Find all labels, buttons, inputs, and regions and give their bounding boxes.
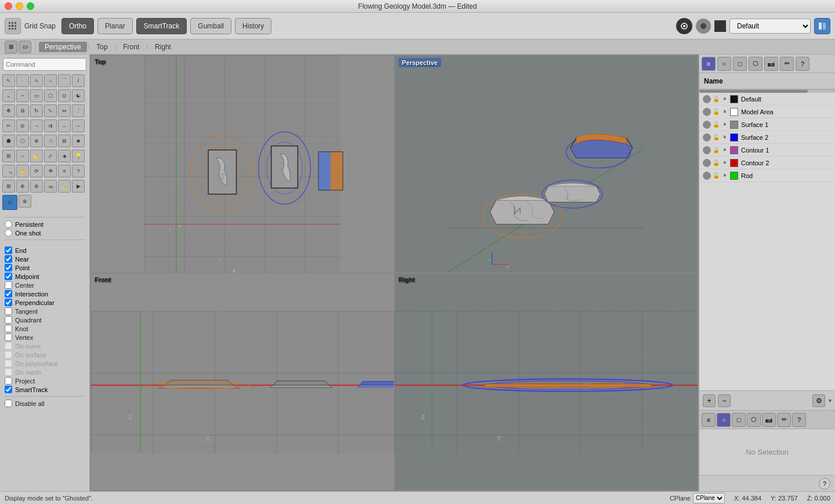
record-button[interactable] <box>696 19 711 34</box>
layer-lock-surface1[interactable]: 🔓 <box>713 121 720 128</box>
objects-tab-icon[interactable]: ○ <box>717 413 731 427</box>
layers-tab-icon[interactable]: ≡ <box>702 413 716 427</box>
python-tool[interactable]: 🐍 <box>58 180 71 193</box>
tab-front[interactable]: Front <box>117 42 145 52</box>
layers-panel-icon[interactable]: ≡ <box>702 57 716 71</box>
gumball-button[interactable]: Gumball <box>190 18 231 34</box>
ellipse-tool[interactable]: ⊙ <box>58 89 71 102</box>
tab-perspective[interactable]: Perspective <box>39 42 87 52</box>
layer-color-default[interactable] <box>730 95 738 103</box>
snap-point[interactable]: Point <box>5 263 85 272</box>
help-panel-icon[interactable]: ? <box>796 57 809 71</box>
display-color[interactable] <box>714 20 726 32</box>
display-mode-select[interactable]: Default <box>729 19 811 34</box>
layer-vis-model-area[interactable] <box>703 108 711 116</box>
layer-surface1[interactable]: 🔓 ≡ Surface 1 <box>699 118 835 131</box>
layer-vis-contour2[interactable] <box>703 159 711 167</box>
layer-lock-contour1[interactable]: 🔓 <box>713 147 720 154</box>
snap-perpendicular[interactable]: Perpendicular <box>5 298 85 307</box>
snap-project[interactable]: Project <box>5 376 85 385</box>
blend-tool[interactable]: ⌢ <box>72 119 85 132</box>
disable-all[interactable]: Disable all <box>5 399 85 408</box>
surface-tool[interactable]: ⬟ <box>2 135 15 147</box>
macro-tool[interactable]: ▶ <box>72 180 85 193</box>
help-tool[interactable]: ? <box>72 165 85 177</box>
light-tool[interactable]: 💡 <box>72 150 85 162</box>
rotate3d-tool[interactable]: ⟳ <box>30 165 43 177</box>
snap-end[interactable]: End <box>5 246 85 255</box>
layer-settings-button[interactable]: ⚙ <box>812 394 825 407</box>
render-tool[interactable]: ◈ <box>58 150 71 162</box>
grasshopper-tool[interactable]: 🦗 <box>44 180 57 193</box>
layer-vis-rod[interactable] <box>703 172 711 180</box>
tab-top[interactable]: Top <box>90 42 113 52</box>
layout-icon[interactable] <box>814 18 830 34</box>
snap-tool[interactable]: ⊕ <box>16 180 29 193</box>
layer-lock-surface2[interactable]: 🔓 <box>713 134 720 141</box>
camera-tab-icon[interactable]: 📷 <box>762 413 776 427</box>
fillet-tool[interactable]: ⌣ <box>58 119 71 132</box>
layer-surface2[interactable]: 🔓 ≡ Surface 2 <box>699 131 835 144</box>
grid-snap-area[interactable] <box>5 18 21 34</box>
cplane-control[interactable]: CPlane CPlane <box>670 493 725 503</box>
viewport-front[interactable]: Front Z X <box>91 274 394 491</box>
snap-center[interactable]: Center <box>5 281 85 289</box>
persistent-radio[interactable]: Persistent <box>5 220 85 229</box>
ortho-button[interactable]: Ortho <box>61 18 94 34</box>
secondary-tool[interactable]: ⊗ <box>19 195 31 208</box>
move-tool[interactable]: ✥ <box>2 104 15 117</box>
layer-lock-default[interactable]: 🔓 <box>713 96 720 103</box>
snap-tangent[interactable]: Tangent <box>5 307 85 316</box>
array-tool[interactable]: ⋮ <box>72 104 85 117</box>
boolean-tool[interactable]: ⊕ <box>30 135 43 147</box>
rect-tool[interactable]: ▭ <box>30 89 43 102</box>
layer-color-model-area[interactable] <box>730 108 738 116</box>
layer-vis-surface1[interactable] <box>703 121 711 129</box>
view-tool[interactable]: 👁 <box>44 165 57 177</box>
help-button[interactable]: ? <box>819 478 830 490</box>
add-layer-button[interactable]: + <box>703 394 716 407</box>
snap-intersection[interactable]: Intersection <box>5 289 85 298</box>
layer-color-rod[interactable] <box>730 172 738 180</box>
grid-view-icon[interactable]: ⊞ <box>5 41 17 53</box>
extrude-tool[interactable]: ⬡ <box>16 135 29 147</box>
layer-color-contour2[interactable] <box>730 159 738 167</box>
layer-color-contour1[interactable] <box>730 146 738 154</box>
solid-tool[interactable]: ■ <box>72 135 85 147</box>
layer-lock-rod[interactable]: 🔓 <box>713 172 720 179</box>
active-tool[interactable]: ⊙ <box>2 195 17 210</box>
3dview-panel-icon[interactable]: ⬡ <box>749 57 763 71</box>
layer-btn2[interactable]: ≡ <box>58 165 71 177</box>
layer-color-surface1[interactable] <box>730 121 738 129</box>
curve-tool[interactable]: ∿ <box>30 74 43 87</box>
maximize-button[interactable] <box>27 2 34 10</box>
materials-tab-icon[interactable]: □ <box>732 413 746 427</box>
trim-tool[interactable]: ✂ <box>2 119 15 132</box>
viewport-right[interactable]: Right Z Y <box>395 274 698 491</box>
camera-panel-icon[interactable]: 📷 <box>764 57 778 71</box>
viewport-top[interactable]: Top Y X <box>91 56 394 273</box>
scale-tool[interactable]: ⤡ <box>44 104 57 117</box>
pan-tool[interactable]: ✋ <box>16 165 29 177</box>
history-button[interactable]: History <box>235 18 271 34</box>
mesh-tool[interactable]: ⊞ <box>2 150 15 162</box>
viewport-perspective[interactable]: Perspective X Y <box>395 56 698 273</box>
single-view-icon[interactable]: ▭ <box>19 41 31 53</box>
layer-contour1[interactable]: 🔓 ≡ Contour 1 <box>699 144 835 157</box>
close-button[interactable] <box>5 2 12 10</box>
layer-vis-surface2[interactable] <box>703 133 711 142</box>
tab-right[interactable]: Right <box>149 42 177 52</box>
snap-knot[interactable]: Knot <box>5 324 85 333</box>
script-panel-icon[interactable]: ✏ <box>780 57 794 71</box>
layer-vis-contour1[interactable] <box>703 146 711 154</box>
pt-tool[interactable]: · <box>16 74 29 87</box>
cplane-select[interactable]: CPlane <box>693 493 725 503</box>
layer-color-surface2[interactable] <box>730 133 738 142</box>
snap-vertex[interactable]: Vertex <box>5 333 85 342</box>
line-tool[interactable]: / <box>72 74 85 87</box>
layer-vis-default[interactable] <box>703 95 711 103</box>
layer-lock-contour2[interactable]: 🔓 <box>713 159 720 166</box>
rotate-tool[interactable]: ↻ <box>30 104 43 117</box>
select-tool[interactable] <box>2 74 15 87</box>
smarttrack-button[interactable]: SmartTrack <box>136 18 187 34</box>
